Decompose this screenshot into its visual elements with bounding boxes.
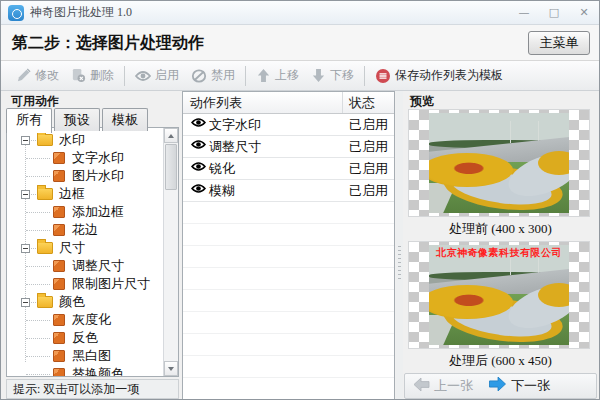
tree-item-image-watermark[interactable]: 图片水印 [7, 167, 163, 185]
tree-item-replace-color[interactable]: 替换颜色 [7, 365, 163, 376]
action-cube-icon [53, 332, 65, 344]
column-header-status[interactable]: 状态 [343, 92, 394, 113]
arrow-right-icon [488, 376, 507, 396]
tree-item-black-white[interactable]: 黑白图 [7, 347, 163, 365]
toolbar-separator [364, 66, 365, 86]
disable-button[interactable]: 禁用 [185, 64, 241, 87]
action-cube-icon [53, 260, 65, 272]
toolbar-separator [124, 66, 125, 86]
table-row[interactable]: 模糊 已启用 [183, 180, 394, 202]
maximize-button[interactable]: □ [539, 1, 569, 24]
action-cube-icon [53, 314, 65, 326]
main-menu-button[interactable]: 主菜单 [528, 31, 590, 55]
save-template-button[interactable]: 保存动作列表为模板 [369, 64, 509, 87]
enabled-eye-icon [191, 116, 206, 133]
action-list: 动作列表 状态 文字水印 已启用 调整尺寸 已启用 锐化 已启用 [182, 91, 395, 400]
pencil-icon [16, 68, 31, 83]
collapse-icon[interactable] [21, 136, 30, 145]
eye-slash-icon [191, 69, 207, 83]
panel-splitter[interactable] [396, 91, 403, 400]
tree-group-size[interactable]: 尺寸 [7, 239, 163, 257]
tree-item-grayscale[interactable]: 灰度化 [7, 311, 163, 329]
enable-button[interactable]: 启用 [129, 64, 185, 87]
preview-after-frame: 北京神奇像素科技有限公司 [408, 241, 590, 349]
collapse-icon[interactable] [21, 244, 30, 253]
action-cube-icon [53, 206, 65, 218]
tree-group-color[interactable]: 颜色 [7, 293, 163, 311]
tab-all[interactable]: 所有 [6, 108, 52, 133]
tree-item-text-watermark[interactable]: 文字水印 [7, 149, 163, 167]
tree-item-invert[interactable]: 反色 [7, 329, 163, 347]
app-icon [8, 5, 24, 21]
enabled-eye-icon [191, 160, 206, 177]
folder-icon [37, 296, 53, 308]
action-cube-icon [53, 278, 65, 290]
tree-item-limit-size[interactable]: 限制图片尺寸 [7, 275, 163, 293]
tree-group-border[interactable]: 边框 [7, 185, 163, 203]
action-tabs: 所有 预设 模板 [6, 108, 150, 131]
table-row[interactable]: 调整尺寸 已启用 [183, 136, 394, 158]
close-button[interactable]: ✕ [569, 1, 599, 24]
delete-icon [71, 68, 86, 83]
status-badge: 已启用 [343, 116, 394, 134]
enabled-eye-icon [191, 138, 206, 155]
before-caption: 处理前 (400 x 300) [404, 220, 597, 240]
move-down-button[interactable]: 下移 [305, 64, 360, 87]
action-list-header: 动作列表 状态 [183, 92, 394, 114]
table-row[interactable]: 锐化 已启用 [183, 158, 394, 180]
action-cube-icon [53, 170, 65, 182]
tree-group-watermark[interactable]: 水印 [7, 131, 163, 149]
eye-icon [135, 69, 151, 83]
scroll-up-icon[interactable] [164, 128, 178, 143]
collapse-icon[interactable] [21, 298, 30, 307]
arrow-up-icon [256, 68, 271, 83]
collapse-icon[interactable] [21, 190, 30, 199]
modify-button[interactable]: 修改 [10, 64, 65, 87]
tree-content: 水印 文字水印 图片水印 边框 添加边框 [7, 128, 163, 376]
status-badge: 已启用 [343, 160, 394, 178]
prev-image-button[interactable]: 上一张 [413, 377, 473, 396]
tree-tip-statusbar: 提示: 双击可以添加一项 [6, 379, 179, 399]
action-tree: 水印 文字水印 图片水印 边框 添加边框 [6, 127, 179, 377]
folder-icon [37, 242, 53, 254]
status-badge: 已启用 [343, 182, 394, 200]
status-badge: 已启用 [343, 138, 394, 156]
arrow-left-icon [413, 377, 430, 396]
app-window: 神奇图片批处理 1.0 — □ ✕ 第二步：选择图片处理动作 主菜单 修改 删除… [0, 0, 600, 400]
preview-photo-before [429, 113, 569, 213]
folder-icon [37, 188, 53, 200]
action-name: 调整尺寸 [209, 138, 261, 156]
tab-presets[interactable]: 预设 [54, 108, 100, 131]
move-up-button[interactable]: 上移 [250, 64, 305, 87]
splitter-grip-icon [398, 246, 401, 280]
watermark-text: 北京神奇像素科技有限公司 [429, 246, 569, 260]
preview-photo-after: 北京神奇像素科技有限公司 [429, 245, 569, 345]
folder-icon [37, 134, 53, 146]
delete-button[interactable]: 删除 [65, 64, 120, 87]
action-cube-icon [53, 368, 65, 376]
minimize-button[interactable]: — [509, 1, 539, 24]
action-list-body: 文字水印 已启用 调整尺寸 已启用 锐化 已启用 模糊 已启用 [183, 114, 394, 399]
action-cube-icon [53, 350, 65, 362]
preview-nav: 上一张 下一张 [404, 373, 597, 399]
action-name: 模糊 [209, 182, 235, 200]
tree-item-add-border[interactable]: 添加边框 [7, 203, 163, 221]
tab-templates[interactable]: 模板 [102, 108, 148, 131]
next-image-button[interactable]: 下一张 [488, 376, 550, 396]
action-name: 锐化 [209, 160, 235, 178]
scrollbar-thumb[interactable] [165, 144, 177, 190]
tree-item-lace[interactable]: 花边 [7, 221, 163, 239]
tree-item-resize[interactable]: 调整尺寸 [7, 257, 163, 275]
toolbar: 修改 删除 启用 禁用 上移 下移 保存动作列表为模板 [1, 61, 599, 91]
step-header: 第二步：选择图片处理动作 主菜单 [1, 25, 599, 61]
tree-scrollbar[interactable] [163, 128, 178, 376]
column-header-actions[interactable]: 动作列表 [183, 92, 343, 113]
action-cube-icon [53, 224, 65, 236]
scroll-down-icon[interactable] [164, 361, 178, 376]
table-row[interactable]: 文字水印 已启用 [183, 114, 394, 136]
page-title: 第二步：选择图片处理动作 [12, 25, 204, 61]
toolbar-separator [245, 66, 246, 86]
save-list-icon [375, 68, 391, 84]
arrow-down-icon [311, 68, 326, 83]
preview-title: 预览 [410, 93, 434, 110]
